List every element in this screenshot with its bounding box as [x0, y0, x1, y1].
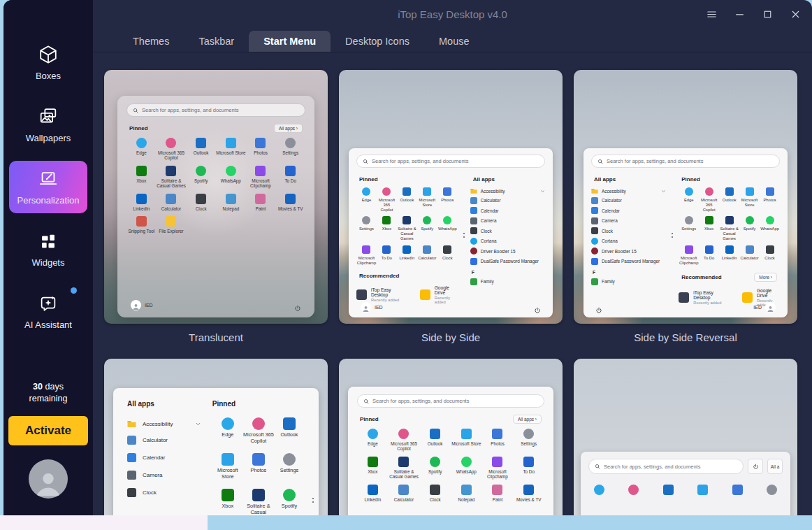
- app-icon-settings: [767, 485, 777, 495]
- sidebar-item-personalization[interactable]: Personalization: [9, 161, 87, 213]
- app-icon-linkedin: [136, 194, 147, 204]
- style-card-label: Side by Side: [421, 331, 480, 343]
- app-label: Camera: [481, 218, 497, 223]
- app-label: File Explorer: [159, 229, 183, 234]
- app-list-item-driver-booster-15: Driver Booster 15: [591, 248, 666, 255]
- app-icon-spotify: [196, 166, 206, 176]
- app-icon-microsoft-365-copilot: [252, 417, 265, 430]
- box-icon: [38, 44, 59, 65]
- app-label: Family: [481, 279, 494, 284]
- desktop-strip-pink: [0, 515, 208, 530]
- app-label: LinkedIn: [722, 256, 737, 261]
- tab-desktop-icons[interactable]: Desktop Icons: [331, 31, 424, 52]
- section-label: All apps: [473, 176, 495, 182]
- app-icon-outlook: [725, 187, 734, 196]
- app-icon-cortana: [470, 238, 477, 245]
- app-label: Clock: [143, 489, 157, 496]
- style-card-partial-4[interactable]: All appsAccessibilityCalculatorCalendarC…: [104, 359, 328, 515]
- recommended-name: Google Drive: [435, 285, 458, 295]
- style-card-partial-5[interactable]: Search for apps, settings, and documents…: [339, 359, 563, 515]
- tab-start-menu[interactable]: Start Menu: [249, 31, 331, 52]
- app-icon-clock: [470, 227, 477, 234]
- sidebar-item-ai-assistant[interactable]: AI Assistant: [9, 285, 87, 338]
- app-label: Settings: [359, 227, 374, 231]
- trial-days: 30: [33, 382, 43, 392]
- maximize-icon[interactable]: [753, 0, 781, 28]
- app-icon-xbox: [136, 166, 147, 176]
- dot: [312, 501, 314, 503]
- app-tile-microsoft-clipchamp: Microsoft Clipchamp: [482, 457, 514, 480]
- search-icon: [133, 108, 138, 113]
- app-tile-settings: Settings: [356, 216, 377, 241]
- tab-taskbar[interactable]: Taskbar: [184, 31, 249, 52]
- app-tile-microsoft-store: Microsoft Store: [212, 453, 243, 480]
- close-icon[interactable]: [781, 0, 809, 28]
- app-tile-microsoft-clipchamp: Microsoft Clipchamp: [679, 245, 699, 266]
- app-icon-whatsapp: [461, 457, 472, 467]
- tab-themes[interactable]: Themes: [118, 31, 184, 52]
- start-menu-preview: All appsAccessibilityCalculatorCalendarC…: [113, 388, 319, 515]
- section-header-row: All apps: [473, 176, 542, 182]
- app-tile-to-do: To Do: [513, 457, 544, 480]
- app-tile-microsoft-365-copilot: Microsoft 365 Copilot: [157, 138, 187, 161]
- app-label: Clock: [430, 497, 441, 502]
- dot: [463, 236, 465, 238]
- app-label: Spotify: [282, 503, 297, 510]
- app-icon-calendar: [470, 207, 477, 214]
- pinned-apps-grid: EdgeMicrosoft 365 CopilotOutlookMicrosof…: [357, 429, 544, 502]
- tab-mouse[interactable]: Mouse: [424, 31, 484, 52]
- app-label: Clock: [602, 229, 613, 234]
- app-label: Calendar: [143, 454, 165, 461]
- app-list-item-clock: Clock: [127, 488, 201, 497]
- user-avatar[interactable]: [29, 459, 68, 499]
- app-tile-paint: Paint: [482, 485, 514, 502]
- app-label: Settings: [280, 468, 298, 474]
- style-card-wrap: Search for apps, settings, and documents…: [574, 359, 797, 515]
- app-tile-solitaire-casual-games: Solitaire & Casual Games: [389, 457, 420, 480]
- style-card-translucent[interactable]: Search for apps, settings, and documents…: [104, 70, 328, 324]
- app-tile-file-explorer: File Explorer: [157, 216, 187, 234]
- app-tile-solitaire-casual-games: Solitaire & Casual Games: [243, 489, 274, 515]
- menu-user: IED: [131, 300, 153, 310]
- app-icon-dualsafe-password-manager: [470, 258, 477, 265]
- app-icon-xbox: [705, 216, 713, 224]
- dot: [312, 498, 314, 499]
- recommended-name: iTop Easy Desktop: [693, 290, 725, 300]
- app-icon-microsoft-clipchamp: [362, 245, 370, 254]
- pinned-apps-grid: EdgeMicrosoft 365 CopilotOutlookMicrosof…: [356, 187, 458, 266]
- app-tile-movies-tv: Movies & TV: [513, 485, 544, 502]
- style-card-wrap: Search for apps, settings, and documents…: [104, 70, 328, 343]
- sidebar-item-wallpapers[interactable]: Wallpapers: [9, 99, 87, 151]
- app-label: WhatsApp: [438, 227, 457, 231]
- app-tile-edge: Edge: [357, 429, 389, 452]
- start-menu-preview: Search for apps, settings, and documents…: [349, 148, 553, 317]
- app-label: LinkedIn: [364, 497, 381, 502]
- style-card-partial-6[interactable]: Search for apps, settings, and documents…: [574, 359, 797, 515]
- app-icon-to-do: [285, 166, 296, 176]
- app-tile-microsoft-clipchamp: Microsoft Clipchamp: [246, 166, 276, 189]
- minimize-icon[interactable]: [725, 0, 753, 28]
- app-tile-solitaire-casual-games: Solitaire & Casual Games: [157, 166, 187, 189]
- style-card-side-by-side[interactable]: Search for apps, settings, and documents…: [339, 70, 563, 324]
- app-icon-linkedin: [725, 245, 734, 254]
- app-label: Photos: [251, 468, 267, 474]
- folder-icon: [127, 420, 136, 427]
- app-label: Calculator: [602, 198, 622, 203]
- menu-columns: PinnedEdgeMicrosoft 365 CopilotOutlookMi…: [356, 169, 545, 301]
- style-card-side-by-side-reversal[interactable]: Search for apps, settings, and documents…: [574, 70, 797, 324]
- sidebar-item-boxes[interactable]: Boxes: [9, 36, 87, 89]
- sidebar-item-widgets[interactable]: Widgets: [9, 223, 87, 275]
- activate-button[interactable]: Activate: [8, 416, 88, 445]
- app-label: Microsoft Store: [451, 441, 481, 446]
- app-icon-clock: [196, 194, 206, 204]
- menu-icon[interactable]: [697, 0, 725, 28]
- app-list-item-accessibility: Accessibility: [591, 188, 666, 194]
- app-icon-solitaire-casual-games: [166, 166, 176, 176]
- app-icon-microsoft-store: [461, 429, 472, 439]
- app-tile-microsoft-365-copilot: Microsoft 365 Copilot: [377, 187, 397, 212]
- app-label: Outlook: [400, 198, 414, 203]
- pagination-dots: [312, 498, 314, 503]
- app-label: Edge: [368, 441, 378, 446]
- app-label: Movies & TV: [516, 497, 542, 502]
- app-tile-settings: Settings: [274, 453, 305, 480]
